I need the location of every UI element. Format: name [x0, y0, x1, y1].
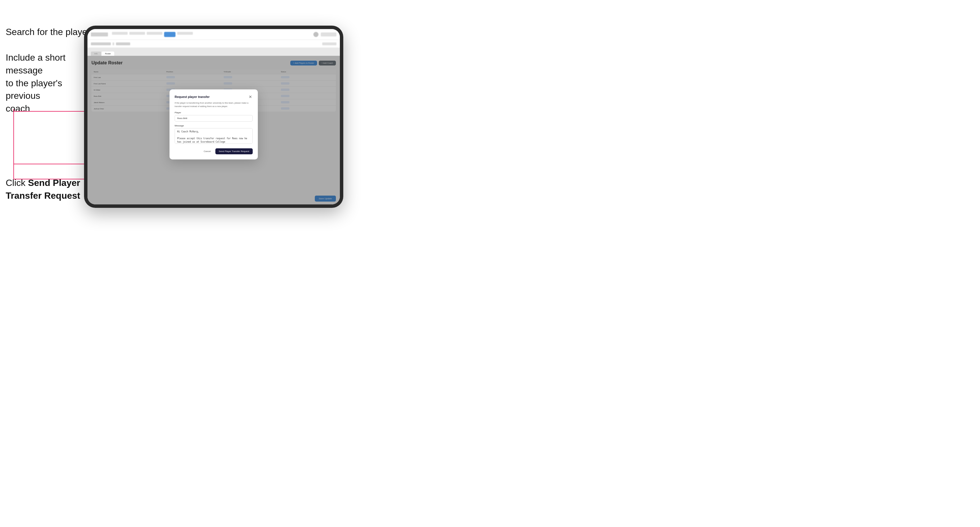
modal-header: Request player transfer ✕ — [175, 95, 253, 99]
nav-item-matches — [147, 32, 162, 35]
player-label: Player — [175, 111, 253, 114]
main-content: Update Roster + Add Players to Roster + … — [88, 56, 340, 205]
breadcrumb-sep — [113, 43, 114, 45]
tab-info: Info — [91, 52, 101, 56]
header-right — [313, 32, 336, 37]
app-logo — [91, 32, 108, 37]
player-form-group: Player — [175, 111, 253, 122]
tablet-device: Info Roster Update Roster + Add Players … — [84, 25, 343, 208]
cancel-button[interactable]: Cancel — [201, 149, 213, 154]
nav-items — [112, 32, 193, 37]
annotation-search: Search for the player. — [6, 25, 92, 38]
modal-overlay: Request player transfer ✕ If the player … — [88, 56, 340, 205]
nav-item-more — [177, 32, 193, 35]
transfer-modal: Request player transfer ✕ If the player … — [170, 89, 258, 159]
player-input[interactable] — [175, 115, 253, 122]
modal-description: If the player is transferring from anoth… — [175, 102, 253, 108]
annotation-click: Click Send Player Transfer Request — [6, 176, 80, 202]
sub-header — [88, 40, 340, 48]
modal-actions: Cancel Send Player Transfer Request — [175, 148, 253, 154]
message-form-group: Message Hi Coach McHarg, Please accept t… — [175, 124, 253, 145]
message-label: Message — [175, 124, 253, 127]
nav-item-active — [164, 32, 175, 37]
app-header — [88, 29, 340, 40]
annotation-bottom-vert1 — [13, 164, 14, 176]
breadcrumb-main — [91, 43, 111, 45]
header-add-btn — [321, 32, 336, 37]
modal-title: Request player transfer — [175, 95, 210, 98]
annotation-message: Include a short message to the player's … — [6, 51, 80, 115]
modal-close-button[interactable]: ✕ — [248, 95, 253, 99]
user-avatar — [313, 32, 318, 37]
tab-bar: Info Roster — [88, 48, 340, 56]
nav-item-tournaments — [112, 32, 127, 35]
nav-item-teams — [129, 32, 145, 35]
sub-right-action — [322, 43, 336, 45]
message-textarea[interactable]: Hi Coach McHarg, Please accept this tran… — [175, 128, 253, 144]
tablet-screen: Info Roster Update Roster + Add Players … — [88, 29, 340, 205]
send-transfer-button[interactable]: Send Player Transfer Request — [215, 148, 253, 154]
tab-roster: Roster — [102, 52, 115, 56]
breadcrumb-sub — [116, 43, 130, 45]
